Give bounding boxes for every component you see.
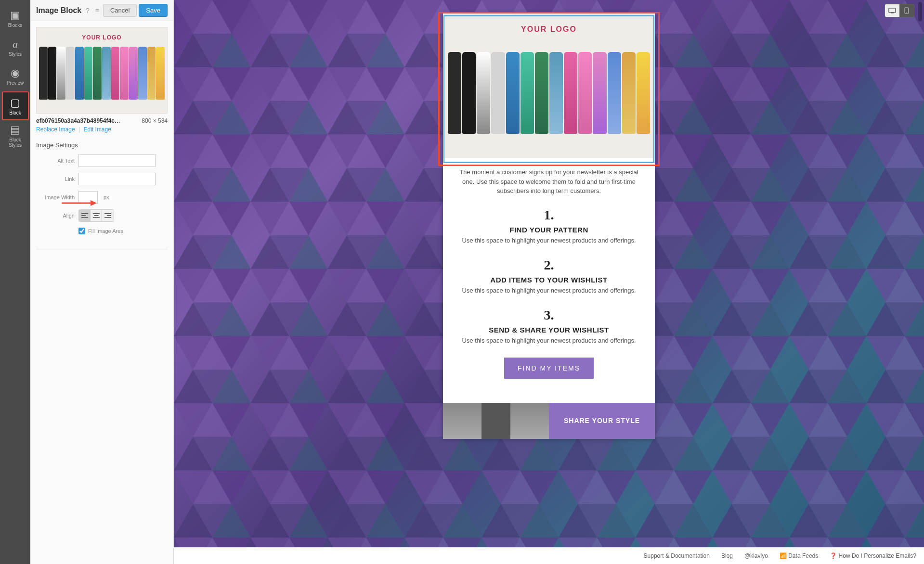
save-button[interactable]: Save	[139, 4, 168, 17]
panel-title: Image Block	[36, 6, 81, 15]
alt-text-label: Alt Text	[36, 158, 75, 164]
align-right-button[interactable]	[102, 210, 114, 221]
nav-label: Preview	[7, 80, 24, 86]
link-input[interactable]	[78, 173, 156, 185]
panel-header: Image Block ? ≡ Cancel Save	[30, 0, 173, 21]
bottom-image[interactable]	[443, 403, 549, 439]
svg-rect-4	[94, 215, 98, 216]
step-description[interactable]: Use this space to highlight your newest …	[453, 237, 645, 244]
align-left-button[interactable]	[79, 210, 91, 221]
replace-image-link[interactable]: Replace Image	[36, 126, 75, 133]
nav-block[interactable]: ▢ Block	[2, 91, 29, 120]
separator: |	[78, 126, 80, 133]
nav-block-styles[interactable]: ▤ Block Styles	[3, 122, 28, 149]
nav-label: Blocks	[8, 23, 22, 28]
blog-link[interactable]: Blog	[721, 552, 733, 559]
help-icon: ❓	[830, 552, 837, 559]
hero-image-block[interactable]: YOUR LOGO	[443, 13, 655, 158]
footer-bar: Support & Documentation Blog @klaviyo 📶 …	[174, 547, 924, 564]
fill-image-area-checkbox[interactable]	[78, 228, 85, 234]
blocks-icon: ▣	[10, 9, 20, 22]
intro-text[interactable]: The moment a customer signs up for your …	[453, 167, 645, 196]
alt-text-input[interactable]	[78, 154, 156, 167]
step-title[interactable]: SEND & SHARE YOUR WISHLIST	[453, 326, 645, 334]
menu-icon[interactable]: ≡	[93, 7, 101, 14]
nav-label: Styles	[9, 51, 22, 57]
help-icon[interactable]: ?	[84, 7, 91, 14]
link-label: Link	[36, 176, 75, 182]
mobile-view-button[interactable]	[899, 4, 914, 17]
nav-styles[interactable]: a Styles	[3, 34, 28, 61]
svg-rect-0	[81, 213, 88, 214]
styles-icon: a	[13, 38, 18, 51]
scrollbar[interactable]	[918, 2, 922, 21]
nav-preview[interactable]: ◉ Preview	[3, 63, 28, 90]
desktop-view-button[interactable]	[885, 4, 899, 17]
svg-point-21	[906, 13, 907, 13]
svg-rect-18	[889, 8, 896, 13]
step-number[interactable]: 1.	[453, 207, 645, 223]
svg-rect-8	[104, 217, 111, 218]
nav-label: Block Styles	[9, 137, 22, 148]
preview-icon: ◉	[11, 67, 20, 79]
step-description[interactable]: Use this space to highlight your newest …	[453, 337, 645, 344]
svg-rect-2	[81, 217, 88, 218]
step-description[interactable]: Use this space to highlight your newest …	[453, 287, 645, 294]
panel-body: YOUR LOGO efb076150a3a4a37b48954f4c6e31b…	[30, 21, 173, 255]
svg-rect-3	[93, 213, 100, 214]
twitter-link[interactable]: @klaviyo	[744, 552, 768, 559]
preview-image[interactable]: YOUR LOGO	[36, 27, 168, 114]
edit-image-link[interactable]: Edit Image	[84, 126, 111, 133]
fill-image-area-label: Fill Image Area	[88, 228, 123, 234]
px-label: px	[104, 194, 109, 200]
bottom-section: SHARE YOUR STYLE	[443, 403, 655, 439]
step-title[interactable]: ADD ITEMS TO YOUR WISHLIST	[453, 276, 645, 284]
support-link[interactable]: Support & Documentation	[644, 552, 710, 559]
data-feeds-link[interactable]: 📶 Data Feeds	[780, 552, 818, 559]
block-icon: ▢	[10, 97, 20, 109]
step-number[interactable]: 3.	[453, 308, 645, 323]
section-heading: Image Settings	[36, 141, 168, 149]
rss-icon: 📶	[780, 552, 787, 559]
step-title[interactable]: FIND YOUR PATTERN	[453, 226, 645, 234]
divider	[36, 249, 168, 249]
svg-rect-5	[93, 217, 100, 218]
logo-text: YOUR LOGO	[82, 34, 121, 41]
image-dimensions: 800 × 534	[142, 117, 168, 124]
cta-button[interactable]: FIND MY ITEMS	[504, 358, 594, 379]
block-styles-icon: ▤	[10, 124, 20, 136]
svg-rect-7	[107, 215, 111, 216]
canvas-area: YOUR LOGO The moment a customer signs up…	[174, 0, 924, 547]
image-width-input[interactable]	[78, 191, 98, 204]
phone-cases	[39, 47, 165, 100]
personalize-help-link[interactable]: ❓ How Do I Personalize Emails?	[830, 552, 916, 559]
svg-rect-19	[891, 13, 894, 13]
logo-text: YOUR LOGO	[521, 25, 577, 34]
align-buttons	[78, 209, 114, 222]
step-number[interactable]: 2.	[453, 257, 645, 273]
image-id: efb076150a3a4a37b48954f4c6e31bc4	[36, 117, 123, 124]
cancel-button[interactable]: Cancel	[103, 4, 137, 17]
align-center-button[interactable]	[91, 210, 102, 221]
email-preview: YOUR LOGO The moment a customer signs up…	[443, 13, 655, 439]
nav-sidebar: ▣ Blocks a Styles ◉ Preview ▢ Block ▤ Bl…	[0, 0, 30, 564]
image-width-label: Image Width	[36, 194, 75, 200]
email-body: The moment a customer signs up for your …	[443, 158, 655, 393]
phone-cases	[448, 52, 650, 134]
share-title[interactable]: SHARE YOUR STYLE	[549, 403, 655, 439]
svg-rect-1	[81, 215, 86, 216]
device-switcher	[885, 4, 914, 17]
nav-blocks[interactable]: ▣ Blocks	[3, 5, 28, 32]
nav-label: Block	[9, 110, 21, 115]
svg-rect-6	[104, 213, 111, 214]
editor-panel: Image Block ? ≡ Cancel Save YOUR LOGO ef…	[30, 0, 174, 564]
align-label: Align	[36, 213, 75, 218]
